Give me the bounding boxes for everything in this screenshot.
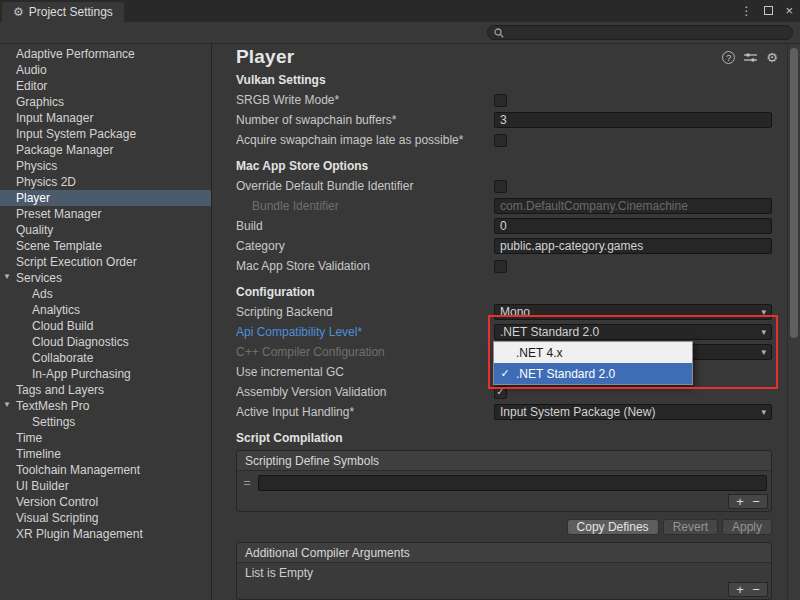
foldout-arrow-icon[interactable]: ▼ [3, 272, 11, 281]
scripting-define-symbols-title: Scripting Define Symbols [237, 451, 771, 471]
remove-button[interactable]: − [748, 583, 764, 596]
vertical-scrollbar[interactable] [787, 44, 800, 600]
field-control: Mono▾ [494, 304, 772, 320]
settings-icon[interactable]: ⚙ [766, 51, 778, 64]
section-header-mac-app-store-options: Mac App Store Options [212, 156, 772, 176]
scrollbar-thumb[interactable] [790, 48, 798, 338]
sidebar-item-preset-manager[interactable]: Preset Manager [0, 206, 211, 222]
sidebar-item-analytics[interactable]: Analytics [0, 302, 211, 318]
sidebar-item-ui-builder[interactable]: UI Builder [0, 478, 211, 494]
copy-defines-button[interactable]: Copy Defines [567, 519, 659, 535]
field-control [494, 180, 772, 193]
sidebar-item-audio[interactable]: Audio [0, 62, 211, 78]
sidebar-item-label: In-App Purchasing [32, 367, 131, 381]
sidebar-item-tags-and-layers[interactable]: Tags and Layers [0, 382, 211, 398]
apply-button[interactable]: Apply [722, 519, 772, 535]
sidebar-item-input-manager[interactable]: Input Manager [0, 110, 211, 126]
api-compatibility-level-dropdown[interactable]: .NET Standard 2.0▾ [494, 324, 772, 340]
add-button[interactable]: + [732, 495, 748, 508]
override-default-bundle-identifier-checkbox[interactable] [494, 180, 507, 193]
sidebar-item-input-system-package[interactable]: Input System Package [0, 126, 211, 142]
assembly-version-validation-checkbox[interactable]: ✓ [494, 386, 507, 399]
dropdown-value: Input System Package (New) [500, 405, 655, 419]
sidebar-item-editor[interactable]: Editor [0, 78, 211, 94]
toolbar [0, 22, 800, 44]
menu-item-net-4-x[interactable]: .NET 4.x [494, 342, 692, 363]
search-box[interactable] [487, 25, 793, 40]
drag-handle-icon[interactable]: = [241, 476, 253, 490]
sidebar-item-player[interactable]: Player [0, 190, 211, 206]
sidebar-item-toolchain-management[interactable]: Toolchain Management [0, 462, 211, 478]
search-icon [494, 28, 504, 38]
mac-app-store-validation-checkbox[interactable] [494, 260, 507, 273]
field-value: public.app-category.games [500, 239, 643, 253]
sidebar-item-version-control[interactable]: Version Control [0, 494, 211, 510]
sidebar-item-label: Version Control [16, 495, 98, 509]
number-of-swapchain-buffers-field[interactable]: 3 [494, 112, 772, 128]
sidebar-item-graphics[interactable]: Graphics [0, 94, 211, 110]
sidebar-item-visual-scripting[interactable]: Visual Scripting [0, 510, 211, 526]
list-add-remove-bar: + − [728, 582, 768, 597]
sidebar-item-label: Services [16, 271, 62, 285]
sidebar-item-script-execution-order[interactable]: Script Execution Order [0, 254, 211, 270]
maximize-icon[interactable] [764, 6, 773, 15]
scripting-backend-dropdown[interactable]: Mono▾ [494, 304, 772, 320]
search-input[interactable] [508, 26, 786, 39]
window-menu-icon[interactable]: ⋮ [740, 5, 752, 17]
field-label: Api Compatibility Level* [236, 325, 494, 339]
srgb-write-mode-checkbox[interactable] [494, 94, 507, 107]
sidebar-item-services[interactable]: ▼Services [0, 270, 211, 286]
sidebar-item-label: Physics 2D [16, 175, 76, 189]
list-add-remove-bar: + − [728, 494, 768, 509]
field-value: com.DefaultCompany.Cinemachine [500, 199, 688, 213]
sidebar-item-quality[interactable]: Quality [0, 222, 211, 238]
define-symbol-row: = [241, 475, 767, 491]
field-control: Input System Package (New)▾ [494, 404, 772, 420]
build-field[interactable]: 0 [494, 218, 772, 234]
acquire-swapchain-image-late-as-possible-checkbox[interactable] [494, 134, 507, 147]
sidebar-item-textmesh-pro[interactable]: ▼TextMesh Pro [0, 398, 211, 414]
player-settings-panel: Player ? ⚙ Vulkan SettingsSRGB Write Mod… [212, 44, 800, 600]
remove-button[interactable]: − [748, 495, 764, 508]
sidebar-item-physics-2d[interactable]: Physics 2D [0, 174, 211, 190]
sidebar-item-package-manager[interactable]: Package Manager [0, 142, 211, 158]
category-field[interactable]: public.app-category.games [494, 238, 772, 254]
field-row-bundle-identifier: Bundle Identifiercom.DefaultCompany.Cine… [212, 196, 772, 216]
define-symbol-field[interactable] [258, 475, 767, 491]
tab-project-settings[interactable]: ⚙ Project Settings [2, 2, 124, 22]
sidebar-item-cloud-diagnostics[interactable]: Cloud Diagnostics [0, 334, 211, 350]
sidebar-item-adaptive-performance[interactable]: Adaptive Performance [0, 46, 211, 62]
check-icon: ✓ [494, 367, 516, 380]
caret-down-icon: ▾ [757, 407, 766, 417]
foldout-arrow-icon[interactable]: ▼ [3, 400, 11, 409]
field-label: Number of swapchain buffers* [236, 113, 494, 127]
sidebar-item-settings[interactable]: Settings [0, 414, 211, 430]
sidebar-item-label: Audio [16, 63, 47, 77]
sidebar-item-timeline[interactable]: Timeline [0, 446, 211, 462]
close-icon[interactable]: × [785, 4, 793, 17]
help-icon[interactable]: ? [722, 51, 735, 64]
sidebar-item-time[interactable]: Time [0, 430, 211, 446]
sidebar-item-label: Editor [16, 79, 47, 93]
presets-icon[interactable] [744, 52, 757, 63]
field-row-build: Build0 [212, 216, 772, 236]
project-settings-window: ⚙ Project Settings ⋮ × Adaptive Performa… [0, 0, 800, 600]
sidebar-item-scene-template[interactable]: Scene Template [0, 238, 211, 254]
bundle-identifier-field[interactable]: com.DefaultCompany.Cinemachine [494, 198, 772, 214]
additional-compiler-arguments-group: Additional Compiler Arguments List is Em… [236, 542, 772, 600]
caret-down-icon: ▾ [757, 327, 766, 337]
field-row-category: Categorypublic.app-category.games [212, 236, 772, 256]
sidebar-item-xr-plugin-management[interactable]: XR Plugin Management [0, 526, 211, 542]
sidebar-item-in-app-purchasing[interactable]: In-App Purchasing [0, 366, 211, 382]
settings-gear-icon: ⚙ [13, 6, 24, 18]
sidebar-item-ads[interactable]: Ads [0, 286, 211, 302]
sidebar-item-cloud-build[interactable]: Cloud Build [0, 318, 211, 334]
revert-button[interactable]: Revert [663, 519, 718, 535]
active-input-handling-dropdown[interactable]: Input System Package (New)▾ [494, 404, 772, 420]
sidebar-item-label: Toolchain Management [16, 463, 140, 477]
sidebar-item-collaborate[interactable]: Collaborate [0, 350, 211, 366]
add-button[interactable]: + [732, 583, 748, 596]
menu-item-net-standard-2-0[interactable]: ✓.NET Standard 2.0 [494, 363, 692, 384]
sidebar-item-physics[interactable]: Physics [0, 158, 211, 174]
field-control: 0 [494, 218, 772, 234]
